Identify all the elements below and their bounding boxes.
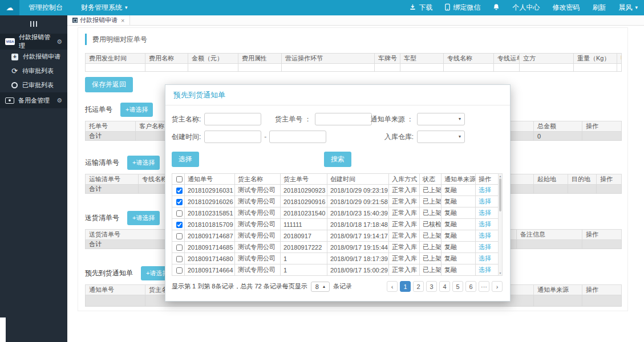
- row-select-link[interactable]: 选择: [479, 198, 491, 205]
- page-title: 费用明细对应单号: [85, 34, 621, 45]
- tab-payment-application[interactable]: 付款报销申请 ×: [67, 15, 130, 25]
- row-select-link[interactable]: 选择: [479, 221, 491, 227]
- column-header: 操作: [582, 121, 622, 132]
- page-button-1[interactable]: 1: [400, 281, 411, 292]
- choose-button[interactable]: 选择: [172, 152, 199, 167]
- column-header: 金额（元）: [188, 54, 238, 64]
- header-row: 费用发生时间 费用名称 金额（元） 费用属性 营运操作环节 车牌号 车型 专线名…: [86, 54, 622, 64]
- sidebar-collapse-button[interactable]: [0, 15, 67, 34]
- sidebar-bottom-notch: [0, 317, 6, 342]
- column-header: 重量（Kg）: [574, 54, 617, 64]
- scroll-down-icon[interactable]: ▼: [499, 271, 502, 275]
- column-header: 操作: [582, 285, 622, 295]
- search-button[interactable]: 搜索: [324, 152, 351, 167]
- user-menu[interactable]: 晨风 ▾: [612, 0, 644, 15]
- table-scrollbar[interactable]: ▲ ▼: [498, 173, 503, 276]
- row-checkbox[interactable]: [176, 267, 183, 274]
- gear-icon[interactable]: ⚙: [56, 38, 62, 46]
- row-select-link[interactable]: 选择: [479, 255, 491, 262]
- page-ellipsis-button[interactable]: ···: [479, 281, 489, 292]
- empty-row: [86, 64, 622, 72]
- row-select-link[interactable]: 选择: [479, 209, 491, 216]
- save-and-return-button[interactable]: 保存并返回: [85, 77, 133, 92]
- select-all-checkbox[interactable]: [176, 176, 183, 182]
- caret-up-icon: ▴: [323, 284, 325, 289]
- row-select-link[interactable]: 选择: [479, 266, 491, 273]
- prev-page-button[interactable]: ‹: [387, 281, 398, 292]
- column-header: 明细说明: [617, 54, 622, 64]
- personal-center-button[interactable]: 个人中心: [506, 0, 546, 15]
- app-logo[interactable]: ☁: [0, 0, 19, 15]
- next-page-button[interactable]: ›: [492, 281, 503, 292]
- download-button[interactable]: 下载: [403, 0, 439, 15]
- column-header: 货主名称: [235, 174, 281, 185]
- owner-name-input[interactable]: [204, 113, 261, 125]
- sidebar-item-payment-application[interactable]: + 付款报销申请: [0, 50, 67, 64]
- row-select-link[interactable]: 选择: [479, 232, 491, 239]
- banknote-icon: [5, 97, 14, 104]
- gear-icon[interactable]: ⚙: [56, 97, 62, 104]
- create-time-start-input[interactable]: [204, 131, 261, 143]
- close-icon[interactable]: ×: [121, 17, 124, 24]
- column-header: 起始地: [534, 174, 568, 185]
- row-select-link[interactable]: 选择: [479, 243, 491, 250]
- page-button-4[interactable]: 4: [439, 281, 450, 292]
- table-row: 2018091714664 测试专用公司 1 2018/09/17 15:00:…: [172, 264, 499, 276]
- row-checkbox[interactable]: [176, 245, 183, 251]
- sidebar-group-petty-cash[interactable]: 备用金管理 ⚙: [0, 92, 67, 108]
- cloud-logo-icon: ☁: [6, 3, 14, 12]
- row-checkbox[interactable]: [176, 199, 183, 205]
- consignment-select-button[interactable]: +请选择: [120, 103, 153, 117]
- table-row: 2018091714680 测试专用公司 1 2018/09/17 18:17:…: [172, 253, 499, 264]
- owner-no-input[interactable]: [315, 113, 372, 125]
- pagination-summary-suffix: 条记录: [333, 282, 352, 291]
- row-checkbox[interactable]: [176, 256, 183, 262]
- column-header: 专线运单号: [494, 54, 520, 64]
- sidebar-item-approved-list[interactable]: 已审批列表: [0, 78, 67, 92]
- change-password-button[interactable]: 修改密码: [546, 0, 586, 15]
- scroll-up-icon[interactable]: ▲: [499, 174, 502, 178]
- column-header: 状态: [420, 174, 442, 185]
- transport-select-button[interactable]: +请选择: [127, 156, 160, 170]
- sidebar: VISA 付款报销管理 ⚙ + 付款报销申请 ⟳ 待审批列表 已审批列表 备用金…: [0, 15, 67, 342]
- table-row: 2018102916031 测试专用公司 201810290923 2018/1…: [172, 185, 499, 196]
- warehouse-select[interactable]: ▾: [417, 131, 465, 143]
- create-time-label: 创建时间:: [172, 132, 201, 142]
- tab-bar: 付款报销申请 ×: [67, 15, 644, 26]
- row-checkbox[interactable]: [176, 188, 183, 194]
- bind-wechat-button[interactable]: 绑定微信: [439, 0, 487, 15]
- row-select-link[interactable]: 选择: [479, 186, 491, 193]
- sidebar-item-pending-approval[interactable]: ⟳ 待审批列表: [0, 64, 67, 78]
- page-button-2[interactable]: 2: [413, 281, 424, 292]
- create-time-end-input[interactable]: [269, 131, 326, 143]
- row-checkbox[interactable]: [176, 233, 183, 239]
- modal-form-row-1: 货主名称: 货主单号 ： 通知单来源 ： ▾: [172, 113, 504, 125]
- topbar: ☁ 管理控制台 财务管理系统 ▾ 下载 绑定微信 个人中心 修改密码 刷新 晨风…: [0, 0, 644, 15]
- column-header: 通知单来源: [534, 285, 582, 295]
- page-button-6[interactable]: 6: [465, 281, 476, 292]
- scrollbar-thumb[interactable]: [499, 178, 501, 211]
- row-checkbox[interactable]: [176, 222, 183, 228]
- page-button-3[interactable]: 3: [426, 281, 437, 292]
- chevron-down-icon: ▾: [459, 135, 461, 139]
- page-button-5[interactable]: 5: [452, 281, 463, 292]
- nav-management-console[interactable]: 管理控制台: [19, 0, 72, 15]
- nav-finance-system[interactable]: 财务管理系统 ▾: [72, 0, 137, 15]
- column-header: 通知单号: [185, 174, 235, 185]
- delivery-select-button[interactable]: +请选择: [127, 211, 160, 225]
- page-size-select[interactable]: 8 ▴: [311, 282, 330, 292]
- notification-bell-button[interactable]: [487, 0, 506, 15]
- date-range-separator: -: [264, 133, 266, 141]
- table-row: 2018102916026 测试专用公司 201810290916 2018/1…: [172, 196, 499, 207]
- column-header: 通知单号: [86, 285, 145, 295]
- circle-icon: [11, 82, 18, 88]
- table-row: 2018091714685 测试专用公司 20180917222 2018/09…: [172, 242, 499, 253]
- table-row: 2018102315851 测试专用公司 201810231540 2018/1…: [172, 207, 499, 219]
- refresh-button[interactable]: 刷新: [586, 0, 612, 15]
- notice-source-select[interactable]: ▾: [417, 113, 465, 125]
- window-icon: [72, 18, 78, 23]
- row-checkbox[interactable]: [176, 210, 183, 217]
- header-row: 通知单号 货主名称 货主单号 创建时间 入库方式 状态 通知单来源 操作: [172, 174, 499, 185]
- visa-card-icon: VISA: [5, 38, 15, 45]
- sidebar-group-payment-reimbursement[interactable]: VISA 付款报销管理 ⚙: [0, 34, 67, 50]
